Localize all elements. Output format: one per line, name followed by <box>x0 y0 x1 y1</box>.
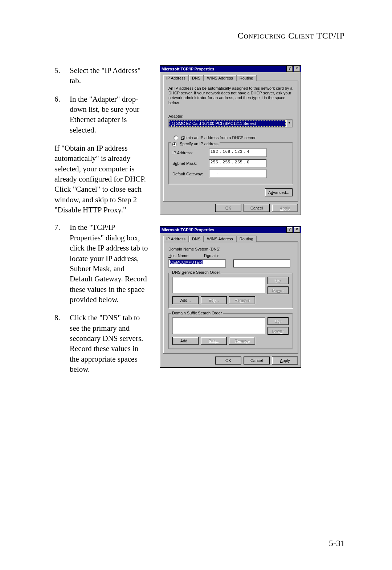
radio-icon <box>173 135 178 140</box>
dns-servers-listbox[interactable] <box>172 277 265 293</box>
adapter-selected-value: [1] SMC EZ Card 10/100 PCI (SMC1211 Seri… <box>169 120 286 127</box>
domain-suffix-group: Domain Suffix Search Order Up↑ Down↓ Add… <box>168 313 293 349</box>
group-legend: DNS Service Search Order <box>171 270 221 274</box>
step-8: 8. Click the "DNS" tab to see the primar… <box>54 313 149 374</box>
tab-wins[interactable]: WINS Address <box>204 75 236 81</box>
group-legend: Domain Suffix Search Order <box>171 311 223 315</box>
help-icon[interactable]: ? <box>286 66 293 72</box>
ok-button[interactable]: OK <box>215 357 241 365</box>
down-button[interactable]: Down↓ <box>268 327 289 335</box>
running-head: Configuring Client TCP/IP <box>54 31 345 41</box>
host-name-input[interactable]: OEMCOMPUTER <box>168 259 226 268</box>
step-text: Select the "IP Address" tab. <box>70 65 149 86</box>
edit-button[interactable]: Edit... <box>201 337 227 345</box>
remove-button[interactable]: Remove <box>229 337 255 345</box>
host-name-label: Host Name: <box>168 253 189 258</box>
ip-address-input[interactable]: 192 . 168 . 123 . 4 <box>209 148 267 157</box>
step-number: 5. <box>54 65 70 86</box>
close-icon[interactable]: × <box>294 66 300 72</box>
apply-button[interactable]: Apply <box>272 204 298 212</box>
titlebar: Microsoft TCP/IP Properties ? × <box>160 66 301 72</box>
apply-button[interactable]: Apply <box>272 357 298 365</box>
description-text: An IP address can be automatically assig… <box>168 86 293 105</box>
close-icon[interactable]: × <box>294 227 300 233</box>
dialog-title: Microsoft TCP/IP Properties <box>162 67 286 71</box>
specify-ip-group: Specify an IP address IP Address: 192 . … <box>168 142 293 184</box>
instruction-column: 5. Select the "IP Address" tab. 6. In th… <box>54 65 149 382</box>
tab-wins[interactable]: WINS Address <box>204 236 236 242</box>
cancel-button[interactable]: Cancel <box>244 357 270 365</box>
cancel-button[interactable]: Cancel <box>244 204 270 212</box>
default-gateway-input[interactable]: . . . <box>209 170 267 178</box>
ok-button[interactable]: OK <box>215 204 241 212</box>
chevron-down-icon[interactable]: ▼ <box>286 120 292 127</box>
adapter-label: Adapter: <box>168 114 293 118</box>
step-5: 5. Select the "IP Address" tab. <box>54 65 149 86</box>
adapter-dropdown[interactable]: [1] SMC EZ Card 10/100 PCI (SMC1211 Seri… <box>168 119 293 127</box>
tab-dns[interactable]: DNS <box>189 236 204 242</box>
tab-pane-dns: Domain Name System (DNS) Host Name: Doma… <box>163 241 298 354</box>
step-6: 6. In the "Adapter" drop-down list, be s… <box>54 94 149 135</box>
tab-ip-address[interactable]: IP Address <box>163 75 189 81</box>
radio-specify-ip[interactable]: Specify an IP address <box>171 142 220 147</box>
subnet-mask-input[interactable]: 255 . 255 . 255 . 0 <box>209 159 267 167</box>
tab-routing[interactable]: Routing <box>236 75 257 81</box>
advanced-button[interactable]: Advanced... <box>265 188 293 196</box>
titlebar: Microsoft TCP/IP Properties ? × <box>160 227 301 233</box>
step-text: In the "Adapter" drop-down list, be sure… <box>70 94 149 135</box>
help-icon[interactable]: ? <box>286 227 293 233</box>
dns-search-order-group: DNS Service Search Order Up↑ Down↓ Add..… <box>168 273 293 308</box>
edit-button[interactable]: Edit... <box>201 296 227 304</box>
domain-label: Domain: <box>204 253 219 258</box>
add-button[interactable]: Add... <box>172 296 199 304</box>
domain-suffix-listbox[interactable] <box>172 317 265 334</box>
paragraph-dhcp-note: If "Obtain an IP address automatically" … <box>54 143 149 215</box>
tcpip-properties-dialog-ip: Microsoft TCP/IP Properties ? × IP Addre… <box>160 65 301 215</box>
step-number: 6. <box>54 94 70 135</box>
step-text: In the "TCP/IP Properties" dialog box, c… <box>70 222 149 305</box>
down-button[interactable]: Down↓ <box>268 286 289 294</box>
tab-routing[interactable]: Routing <box>236 236 257 242</box>
step-7: 7. In the "TCP/IP Properties" dialog box… <box>54 222 149 305</box>
default-gateway-label: Default Gateway: <box>172 172 209 176</box>
radio-icon <box>172 142 177 147</box>
domain-input[interactable] <box>233 259 290 268</box>
page-number: 5-31 <box>329 538 345 548</box>
tab-pane-ip: An IP address can be automatically assig… <box>163 81 298 201</box>
subnet-mask-label: Subnet Mask: <box>172 161 209 166</box>
tcpip-properties-dialog-dns: Microsoft TCP/IP Properties ? × IP Addre… <box>160 226 301 368</box>
dialog-title: Microsoft TCP/IP Properties <box>162 228 286 232</box>
add-button[interactable]: Add... <box>172 337 199 345</box>
ip-address-label: IP Address: <box>172 151 209 155</box>
tab-dns[interactable]: DNS <box>189 75 204 81</box>
step-number: 8. <box>54 313 70 374</box>
step-number: 7. <box>54 222 70 305</box>
radio-label: Specify an IP address <box>180 142 219 146</box>
tab-ip-address[interactable]: IP Address <box>163 236 189 242</box>
radio-obtain-dhcp[interactable]: Obtain an IP address from a DHCP server <box>173 135 293 141</box>
remove-button[interactable]: Remove <box>229 296 255 304</box>
up-button[interactable]: Up↑ <box>268 277 289 284</box>
step-text: Click the "DNS" tab to see the primary a… <box>70 313 149 374</box>
tab-strip: IP Address DNS WINS Address Routing <box>163 75 298 81</box>
tab-strip: IP Address DNS WINS Address Routing <box>163 236 298 242</box>
up-button[interactable]: Up↑ <box>268 317 289 325</box>
dns-heading: Domain Name System (DNS) <box>168 247 293 251</box>
radio-label: Obtain an IP address from a DHCP server <box>181 135 256 140</box>
